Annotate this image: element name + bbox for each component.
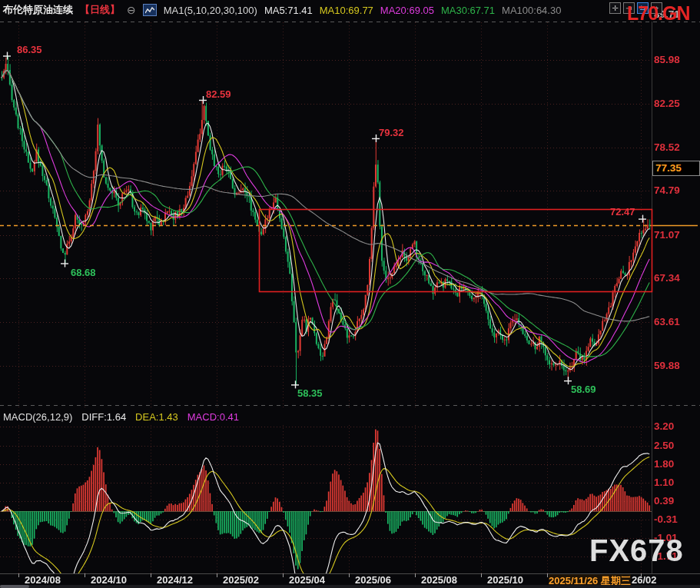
macd-diff-value: DIFF:1.64: [81, 411, 126, 423]
x-axis-label: 2024/08: [25, 574, 61, 586]
price-marker-label: 68.68: [71, 267, 96, 278]
macd-dea-value: DEA:1.43: [135, 411, 178, 423]
price-marker-label: 58.35: [297, 387, 323, 399]
ma20-value: MA20:69.05: [380, 5, 434, 16]
ma10-value: MA10:69.77: [320, 5, 373, 16]
price-axis-label: 59.88: [654, 360, 698, 371]
x-axis-label: 2025/10: [487, 574, 523, 586]
x-axis-label: 2024/12: [157, 574, 193, 586]
x-axis-label: 26/02: [632, 574, 657, 586]
chart-header: 布伦特原油连续 【日线】 ⊖ MA1(5,10,20,30,100) MA5:7…: [0, 0, 610, 20]
fx678-watermark: FX678: [589, 533, 684, 568]
crosshair-icon[interactable]: ✛: [609, 2, 621, 14]
x-axis-label: 2025/06: [355, 574, 391, 586]
scrollbar-thumb[interactable]: [0, 585, 29, 588]
collapse-icon[interactable]: ⊖: [127, 5, 136, 15]
price-marker-label: 58.69: [571, 384, 596, 395]
price-axis-label: 71.07: [654, 229, 698, 241]
x-axis-label: 2025/04: [289, 574, 325, 586]
price-axis-label: 78.52: [654, 141, 698, 153]
macd-axis-label: -0.31: [654, 513, 698, 525]
chart-style-icon[interactable]: [143, 4, 157, 16]
cursor-price-badge: 77.35: [652, 161, 700, 176]
macd-axis-label: 0.39: [654, 495, 698, 507]
price-axis-label: 63.61: [654, 316, 698, 327]
instrument-title: 布伦特原油连续: [3, 3, 73, 17]
macd-axis-label: 1.10: [654, 477, 698, 488]
x-axis-label: 2024/10: [91, 574, 127, 586]
x-axis-label: 2025/08: [421, 574, 457, 586]
price-marker-label: 86.35: [17, 44, 42, 55]
macd-axis-label: 3.20: [654, 420, 698, 432]
price-axis-label: 74.79: [654, 184, 698, 196]
macd-axis-label: 2.50: [654, 440, 698, 451]
trading-chart-app: 布伦特原油连续 【日线】 ⊖ MA1(5,10,20,30,100) MA5:7…: [0, 0, 700, 588]
macd-settings-label[interactable]: MACD(26,12,9): [3, 411, 72, 423]
ma30-value: MA30:67.71: [441, 5, 495, 16]
contract-watermark: L70.GN: [627, 2, 690, 25]
macd-macd-value: MACD:0.41: [187, 411, 239, 423]
macd-header: MACD(26,12,9) DIFF:1.64 DEA:1.43 MACD:0.…: [3, 411, 239, 423]
price-axis-label: 82.25: [654, 98, 698, 109]
chart-scrollbar[interactable]: [0, 585, 700, 588]
price-axis-label: 85.98: [654, 54, 698, 65]
ma100-value: MA100:64.30: [502, 5, 561, 16]
x-axis-label: 2025/02: [223, 574, 259, 586]
ma-settings-label[interactable]: MA1(5,10,20,30,100): [164, 5, 257, 16]
ma5-value: MA5:71.41: [264, 5, 313, 16]
macd-axis-label: 1.80: [654, 458, 698, 470]
candlestick-chart-canvas[interactable]: [0, 0, 700, 588]
price-marker-label: 82.59: [206, 88, 231, 100]
price-marker-label: 79.32: [379, 127, 404, 138]
price-axis-label: 67.34: [654, 272, 698, 284]
price-marker-label: 72.47: [610, 206, 635, 218]
period-label[interactable]: 【日线】: [80, 3, 120, 17]
